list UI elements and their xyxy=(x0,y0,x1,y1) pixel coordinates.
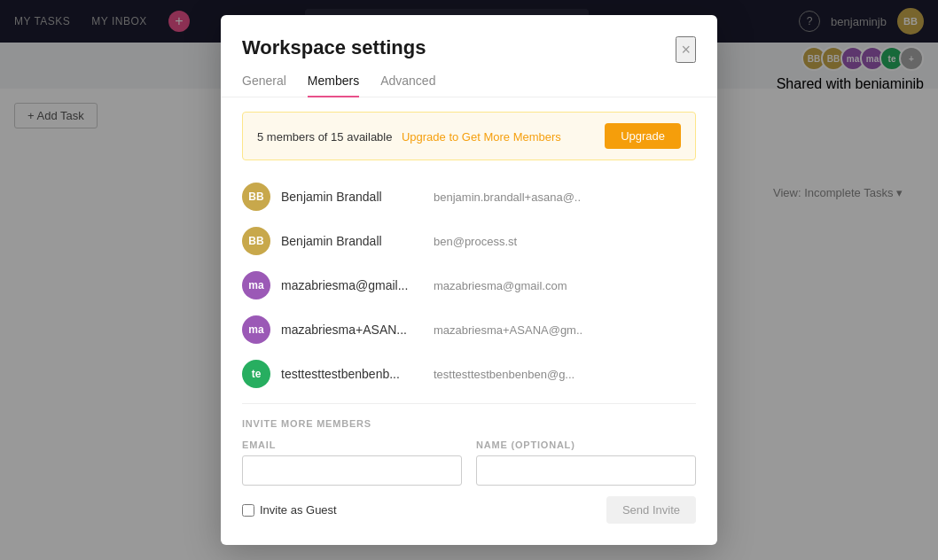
modal-overlay: Workspace settings × General Members Adv… xyxy=(0,0,938,560)
table-row: ma mazabriesma+ASAN... mazabriesma+ASANA… xyxy=(242,307,696,352)
guest-label: Invite as Guest xyxy=(260,503,337,517)
close-button[interactable]: × xyxy=(676,36,696,63)
workspace-settings-modal: Workspace settings × General Members Adv… xyxy=(221,15,717,545)
tab-general[interactable]: General xyxy=(242,74,286,97)
name-input[interactable] xyxy=(476,455,696,486)
upgrade-banner-left: 5 members of 15 available Upgrade to Get… xyxy=(257,128,561,144)
email-label: EMAIL xyxy=(242,439,462,450)
guest-checkbox[interactable] xyxy=(242,504,254,517)
table-row: ma mazabriesma@gmail... mazabriesma@gmai… xyxy=(242,263,696,307)
member-name: testtesttestbenbenb... xyxy=(281,367,423,381)
name-field-group: NAME (OPTIONAL) xyxy=(476,439,696,486)
avatar: BB xyxy=(242,227,270,255)
invite-section-title: INVITE MORE MEMBERS xyxy=(242,418,696,429)
modal-header: Workspace settings × xyxy=(221,15,717,63)
guest-checkbox-label[interactable]: Invite as Guest xyxy=(242,503,337,517)
invite-fields: EMAIL NAME (OPTIONAL) xyxy=(242,439,696,486)
tab-advanced[interactable]: Advanced xyxy=(380,74,435,97)
modal-body: 5 members of 15 available Upgrade to Get… xyxy=(221,97,717,545)
members-list: BB Benjamin Brandall benjamin.brandall+a… xyxy=(242,175,696,396)
divider xyxy=(242,403,696,404)
name-label: NAME (OPTIONAL) xyxy=(476,439,696,450)
upgrade-link[interactable]: Upgrade to Get More Members xyxy=(402,130,561,144)
avatar: ma xyxy=(242,271,270,299)
modal-tabs: General Members Advanced xyxy=(221,63,717,97)
email-field-group: EMAIL xyxy=(242,439,462,486)
send-invite-button[interactable]: Send Invite xyxy=(606,496,696,524)
avatar: BB xyxy=(242,183,270,211)
invite-footer: Invite as Guest Send Invite xyxy=(242,496,696,531)
table-row: BB Benjamin Brandall benjamin.brandall+a… xyxy=(242,175,696,219)
member-count-text: 5 members of 15 available xyxy=(257,130,392,144)
member-name: mazabriesma+ASAN... xyxy=(281,323,423,337)
invite-section: INVITE MORE MEMBERS EMAIL NAME (OPTIONAL… xyxy=(242,418,696,531)
table-row: te testtesttestbenbenb... testtesttestbe… xyxy=(242,352,696,396)
tab-members[interactable]: Members xyxy=(308,74,359,97)
member-email: benjamin.brandall+asana@.. xyxy=(434,191,581,204)
modal-title: Workspace settings xyxy=(242,36,426,59)
upgrade-banner: 5 members of 15 available Upgrade to Get… xyxy=(242,112,696,160)
email-input[interactable] xyxy=(242,455,462,486)
member-email: mazabriesma+ASANA@gm.. xyxy=(434,323,582,337)
avatar: te xyxy=(242,360,270,388)
table-row: BB Benjamin Brandall ben@process.st xyxy=(242,219,696,263)
member-email: mazabriesma@gmail.com xyxy=(434,279,567,292)
upgrade-button[interactable]: Upgrade xyxy=(605,123,681,149)
member-name: mazabriesma@gmail... xyxy=(281,278,423,292)
avatar: ma xyxy=(242,315,270,344)
member-email: testtesttestbenbenben@g... xyxy=(434,368,575,381)
member-name: Benjamin Brandall xyxy=(281,190,423,204)
member-name: Benjamin Brandall xyxy=(281,234,423,248)
member-email: ben@process.st xyxy=(434,235,517,248)
